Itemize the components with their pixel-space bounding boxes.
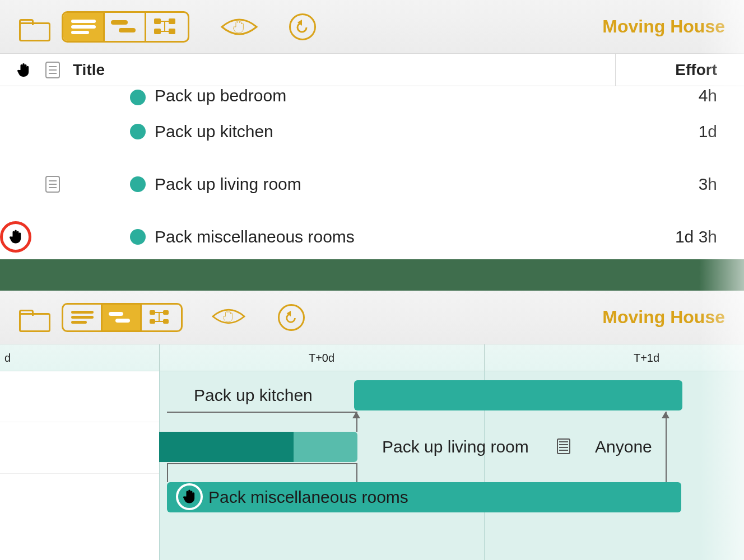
view-segmented-control xyxy=(62,11,189,43)
svg-rect-15 xyxy=(109,312,123,316)
svg-rect-6 xyxy=(169,18,175,24)
list-header-row: Title Effort xyxy=(0,54,744,86)
gantt-pane: Moving House d T+0d T+1d Pack up kitchen… xyxy=(0,291,744,560)
status-dot xyxy=(130,176,146,192)
task-title: Pack up living room xyxy=(155,175,615,194)
note-column-header[interactable] xyxy=(38,62,67,78)
svg-rect-17 xyxy=(150,310,155,315)
hold-indicator-icon[interactable] xyxy=(0,221,31,253)
svg-rect-23 xyxy=(159,312,160,322)
svg-rect-11 xyxy=(164,21,165,32)
time-label: T+0d xyxy=(309,351,334,364)
svg-rect-20 xyxy=(163,319,169,324)
svg-rect-18 xyxy=(163,310,169,315)
catch-up-icon[interactable] xyxy=(211,305,250,330)
project-title: Moving House xyxy=(602,307,725,328)
task-row[interactable]: Pack up kitchen 1d xyxy=(0,105,744,158)
gantt-task-label: Pack up living room xyxy=(382,437,529,456)
timeline-header[interactable]: d T+0d T+1d xyxy=(0,344,744,371)
svg-rect-7 xyxy=(154,29,161,34)
view-list-button[interactable] xyxy=(63,13,105,41)
status-dot xyxy=(130,90,146,105)
undo-icon[interactable] xyxy=(289,13,316,40)
task-title: Pack up kitchen xyxy=(155,122,615,141)
view-segmented-control xyxy=(62,303,183,332)
toolbar-bottom: Moving House xyxy=(0,291,744,344)
task-effort: 1d xyxy=(615,122,744,141)
task-effort: 4h xyxy=(615,86,744,105)
task-row[interactable]: Pack up living room 3h xyxy=(0,158,744,211)
task-title: Pack miscellaneous rooms xyxy=(155,227,615,246)
effort-column-header[interactable]: Effort xyxy=(615,54,744,86)
gantt-bar-kitchen[interactable] xyxy=(354,380,682,410)
task-title: Pack up bedroom xyxy=(155,86,615,105)
view-org-button[interactable] xyxy=(142,305,181,330)
note-indicator[interactable] xyxy=(38,176,67,193)
project-title: Moving House xyxy=(602,16,725,37)
undo-icon[interactable] xyxy=(278,304,305,331)
svg-rect-19 xyxy=(150,319,155,324)
view-list-button[interactable] xyxy=(63,305,103,330)
status-dot xyxy=(130,229,146,245)
task-row[interactable]: Pack miscellaneous rooms 1d 3h xyxy=(0,211,744,259)
gantt-task-label: Pack miscellaneous rooms xyxy=(208,488,408,507)
svg-rect-13 xyxy=(71,316,94,319)
title-column-header[interactable]: Title xyxy=(67,61,615,79)
view-org-button[interactable] xyxy=(146,13,188,41)
note-icon[interactable] xyxy=(557,438,570,454)
gantt-assignee: Anyone xyxy=(595,437,652,456)
svg-rect-2 xyxy=(71,31,89,34)
time-label: T+1d xyxy=(634,351,659,364)
catch-up-icon[interactable] xyxy=(220,15,259,39)
hold-indicator-icon[interactable] xyxy=(176,483,203,510)
svg-rect-12 xyxy=(71,311,94,314)
status-dot xyxy=(130,124,146,139)
view-gantt-button[interactable] xyxy=(103,305,142,330)
svg-rect-14 xyxy=(71,321,87,324)
gantt-bar-progress-fill xyxy=(159,432,294,462)
svg-rect-1 xyxy=(71,25,96,29)
toolbar-top: Moving House xyxy=(0,0,744,54)
gantt-chart[interactable]: Pack up kitchen Pack up living room Anyo… xyxy=(0,371,744,560)
folder-icon[interactable] xyxy=(19,16,50,38)
svg-rect-16 xyxy=(115,319,130,323)
svg-rect-4 xyxy=(119,28,136,32)
list-pane: Moving House Title Effort Pack up bedroo… xyxy=(0,0,744,259)
view-gantt-button[interactable] xyxy=(105,13,146,41)
svg-rect-0 xyxy=(71,20,96,23)
gantt-task-label: Pack up kitchen xyxy=(194,386,313,405)
svg-rect-8 xyxy=(169,29,175,34)
task-row[interactable]: Pack up bedroom 4h xyxy=(0,86,744,105)
hold-column-header[interactable] xyxy=(9,63,38,77)
pane-divider[interactable] xyxy=(0,259,744,291)
list-body: Pack up bedroom 4h Pack up kitchen 1d Pa… xyxy=(0,86,744,259)
task-effort: 3h xyxy=(615,175,744,194)
time-label: d xyxy=(4,351,11,364)
task-effort: 1d 3h xyxy=(615,227,744,246)
svg-rect-3 xyxy=(111,20,128,25)
svg-rect-5 xyxy=(154,18,161,24)
folder-icon[interactable] xyxy=(19,306,50,329)
